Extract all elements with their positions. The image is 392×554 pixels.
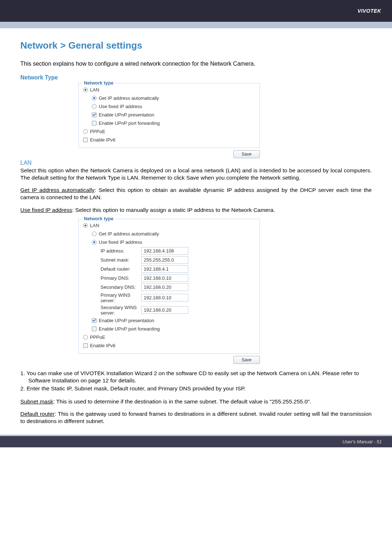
check-upnp-presentation-label: Enable UPnP presentation <box>99 112 154 118</box>
lan-paragraph: Select this option when the Network Came… <box>20 167 372 181</box>
check-ipv6-label: Enable IPv6 <box>90 137 115 143</box>
list-item-2: 2. Enter the Static IP, Subnet mask, Def… <box>20 385 372 392</box>
radio-icon <box>92 104 97 109</box>
check-upnp-port[interactable]: Enable UPnP port forwarding <box>91 119 256 127</box>
router-paragraph: Default router: This is the gateway used… <box>20 410 372 425</box>
checkbox-icon <box>92 112 97 117</box>
check-ipv6[interactable]: Enable IPv6 <box>82 136 256 144</box>
subnet-label: Subnet mask: <box>83 257 141 263</box>
page-title: Network > General settings <box>20 40 372 51</box>
network-type-box-1: Network type LAN Get IP address automati… <box>78 83 260 148</box>
get-auto-paragraph: Get IP address automatically: Select thi… <box>20 186 372 201</box>
lan-subheading: LAN <box>20 160 372 166</box>
check-upnp-presentation-2[interactable]: Enable UPnP presentation <box>91 316 256 325</box>
radio-get-auto-label: Get IP address automatically <box>99 95 159 101</box>
fieldset-legend: Network type <box>82 80 115 86</box>
pwins-input[interactable] <box>141 294 188 301</box>
checkbox-icon <box>83 138 88 142</box>
check-upnp-port-label: Enable UPnP port forwarding <box>99 326 160 332</box>
radio-lan-2[interactable]: LAN <box>82 221 256 230</box>
pdns-label: Primary DNS: <box>83 275 141 281</box>
radio-get-auto-2[interactable]: Get IP address automatically <box>91 230 256 238</box>
radio-lan-label: LAN <box>90 223 99 228</box>
ip-address-label: IP address: <box>83 248 141 254</box>
sdns-input[interactable] <box>141 283 188 291</box>
pdns-input[interactable] <box>141 274 188 282</box>
list-item-1: 1. You can make use of VIVOTEK Installat… <box>20 370 372 384</box>
save-button[interactable]: Save <box>233 150 260 158</box>
check-upnp-port-2[interactable]: Enable UPnP port forwarding <box>91 325 256 333</box>
check-ipv6-label: Enable IPv6 <box>90 343 115 348</box>
router-input[interactable] <box>141 265 188 273</box>
radio-icon <box>83 87 88 92</box>
router-underline: Default router <box>20 411 54 417</box>
checkbox-icon <box>92 318 97 323</box>
fieldset-legend: Network type <box>82 216 115 221</box>
checkbox-icon <box>92 327 97 331</box>
brand-label: VIVOTEK <box>358 8 381 14</box>
use-fixed-underline: Use fixed IP address <box>20 207 72 213</box>
radio-icon <box>92 240 97 245</box>
radio-use-fixed-label: Use fixed IP address <box>99 239 142 245</box>
radio-use-fixed-2[interactable]: Use fixed IP address <box>91 238 256 246</box>
sdns-label: Secondary DNS: <box>83 284 141 290</box>
radio-pppoe-2[interactable]: PPPoE <box>82 333 256 341</box>
check-ipv6-2[interactable]: Enable IPv6 <box>82 341 256 350</box>
ip-address-input[interactable] <box>141 247 188 255</box>
subnet-underline: Subnet mask <box>20 398 53 405</box>
radio-lan-label: LAN <box>90 87 99 93</box>
checkbox-icon <box>83 343 88 348</box>
save-button-2[interactable]: Save <box>233 356 260 364</box>
radio-lan[interactable]: LAN <box>82 86 256 94</box>
check-upnp-port-label: Enable UPnP port forwarding <box>99 120 160 126</box>
check-upnp-presentation[interactable]: Enable UPnP presentation <box>91 111 256 119</box>
swins-label: Secondary WINS server: <box>83 305 141 316</box>
swins-input[interactable] <box>141 306 188 314</box>
check-upnp-presentation-label: Enable UPnP presentation <box>99 318 154 323</box>
network-type-heading: Network Type <box>20 74 372 81</box>
checkbox-icon <box>92 121 97 126</box>
radio-pppoe[interactable]: PPPoE <box>82 127 256 136</box>
radio-use-fixed-label: Use fixed IP address <box>99 104 142 109</box>
radio-icon <box>92 96 97 100</box>
radio-icon <box>83 335 88 340</box>
page-footer: User's Manual - 51 <box>0 436 392 447</box>
radio-icon <box>92 231 97 236</box>
radio-get-auto-label: Get IP address automatically <box>99 231 159 237</box>
radio-pppoe-label: PPPoE <box>90 129 105 134</box>
network-type-box-2: Network type LAN Get IP address automati… <box>78 219 260 354</box>
radio-get-auto[interactable]: Get IP address automatically <box>91 94 256 102</box>
radio-use-fixed[interactable]: Use fixed IP address <box>91 102 256 111</box>
get-auto-underline: Get IP address automatically <box>20 187 95 193</box>
use-fixed-paragraph: Use fixed IP address: Select this option… <box>20 206 372 214</box>
router-label: Default router: <box>83 266 141 272</box>
radio-icon <box>83 129 88 134</box>
intro-text: This section explains how to configure a… <box>20 61 372 67</box>
radio-pppoe-label: PPPoE <box>90 335 105 340</box>
subnet-paragraph: Subnet mask: This is used to determine i… <box>20 398 372 405</box>
pwins-label: Primary WINS server: <box>83 292 141 303</box>
subnet-input[interactable] <box>141 256 188 264</box>
radio-icon <box>83 223 88 228</box>
